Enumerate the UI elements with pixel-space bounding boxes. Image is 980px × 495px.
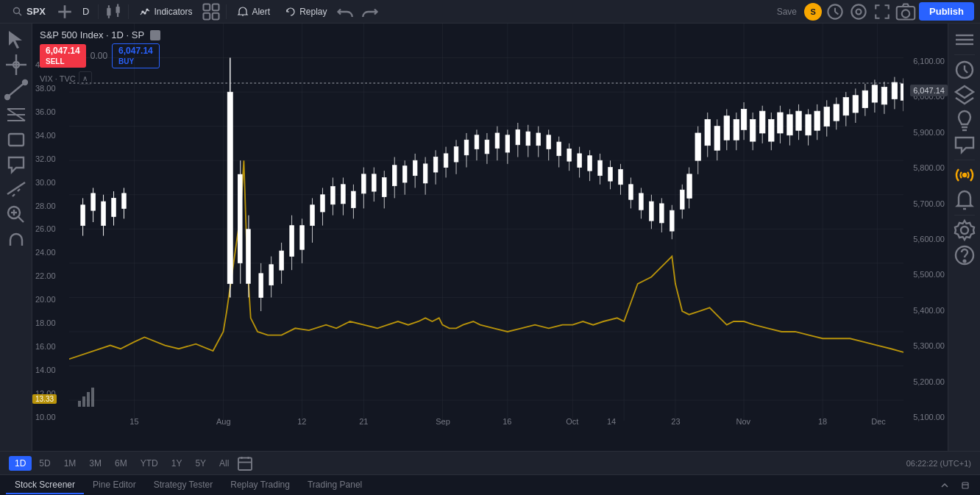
tab-trading-panel[interactable]: Trading Panel: [299, 477, 371, 494]
add-symbol-button[interactable]: [54, 1, 75, 22]
svg-point-11: [144, 13, 146, 14]
svg-rect-149: [588, 156, 592, 171]
svg-rect-35: [9, 134, 24, 146]
tf-1m[interactable]: 1M: [58, 456, 82, 471]
watchlist-button[interactable]: [848, 1, 869, 22]
timeframe-button[interactable]: D: [78, 3, 93, 20]
svg-rect-191: [787, 115, 792, 135]
svg-rect-209: [872, 85, 877, 102]
chart-settings-dot[interactable]: [150, 30, 160, 40]
templates-icon: [201, 1, 221, 22]
tf-ytd[interactable]: YTD: [135, 456, 164, 471]
shape-tool[interactable]: [4, 128, 28, 152]
svg-rect-185: [759, 111, 764, 133]
tab-strategy-tester[interactable]: Strategy Tester: [145, 477, 221, 494]
svg-rect-83: [246, 229, 251, 283]
chart-type-button[interactable]: [103, 1, 124, 22]
tab-pine-editor[interactable]: Pine Editor: [84, 477, 145, 494]
screenshot-button[interactable]: [895, 1, 916, 22]
trend-line-tool[interactable]: [4, 78, 28, 102]
svg-rect-135: [516, 129, 520, 144]
crosshair-tool[interactable]: [4, 53, 28, 76]
svg-rect-137: [526, 132, 530, 146]
svg-rect-89: [280, 251, 284, 270]
redo-button[interactable]: [359, 1, 380, 22]
layers-button[interactable]: [953, 83, 976, 107]
magnet-tool[interactable]: [4, 228, 28, 252]
svg-point-30: [23, 80, 27, 85]
bulb-icon: [953, 108, 976, 132]
annotation-tool[interactable]: [4, 153, 28, 177]
expand-icon[interactable]: [956, 477, 974, 494]
svg-rect-115: [413, 160, 417, 175]
svg-rect-77: [122, 193, 127, 208]
tab-stock-screener[interactable]: Stock Screener: [6, 477, 84, 494]
svg-rect-125: [464, 140, 469, 154]
replay-button[interactable]: Replay: [279, 3, 333, 21]
save-button[interactable]: Save: [773, 4, 801, 20]
undo-button[interactable]: [335, 1, 356, 22]
date-range-button[interactable]: [236, 455, 254, 472]
symbol-search-button[interactable]: SPX: [6, 3, 52, 21]
chart-svg[interactable]: [69, 24, 903, 421]
alerts-panel-button[interactable]: [825, 1, 845, 22]
svg-rect-107: [372, 174, 377, 191]
svg-rect-151: [598, 160, 603, 175]
clock-right-button[interactable]: [953, 58, 976, 82]
panel-toggle-button[interactable]: [953, 28, 976, 51]
main-area: S&P 500 Index · 1D · SP 6,047.14 SELL 0.…: [0, 24, 980, 451]
tf-3m[interactable]: 3M: [83, 456, 107, 471]
settings-right-button[interactable]: [953, 218, 976, 242]
chat-button[interactable]: [953, 133, 976, 157]
notifications-button[interactable]: [953, 188, 976, 212]
alert-button[interactable]: Alert: [231, 3, 276, 21]
indicators-button[interactable]: Indicators: [133, 3, 198, 21]
measure-tool[interactable]: [4, 178, 28, 202]
signal-button[interactable]: [953, 163, 976, 187]
tf-5d[interactable]: 5D: [33, 456, 56, 471]
cursor-tool[interactable]: [4, 28, 28, 51]
vix-line: [69, 160, 903, 359]
svg-rect-207: [862, 90, 867, 107]
svg-rect-167: [680, 190, 684, 209]
templates-button[interactable]: [201, 1, 221, 22]
tab-replay-trading[interactable]: Replay Trading: [221, 477, 299, 494]
chart-area[interactable]: S&P 500 Index · 1D · SP 6,047.14 SELL 0.…: [32, 24, 948, 451]
zoom-tool[interactable]: [4, 203, 28, 227]
magnet-icon: [4, 228, 28, 252]
idea-button[interactable]: [953, 108, 976, 132]
svg-rect-103: [352, 191, 356, 207]
top-toolbar: SPX D Indicators: [0, 0, 980, 24]
user-avatar[interactable]: S: [804, 3, 822, 21]
tf-6m[interactable]: 6M: [109, 456, 133, 471]
vix-collapse-button[interactable]: ∧: [79, 71, 92, 85]
chevron-up-icon[interactable]: [936, 477, 954, 494]
svg-rect-91: [290, 226, 294, 257]
help-button[interactable]: [953, 243, 976, 267]
tf-1d[interactable]: 1D: [9, 456, 32, 471]
left-sidebar: [0, 24, 32, 451]
svg-rect-205: [853, 96, 858, 113]
svg-rect-238: [962, 482, 968, 488]
svg-rect-129: [485, 140, 489, 154]
svg-rect-16: [213, 13, 219, 19]
svg-point-29: [5, 95, 10, 99]
vix-price-label: 13.33: [32, 394, 57, 404]
fib-tool[interactable]: [4, 103, 28, 127]
svg-rect-173: [705, 119, 710, 145]
cursor-icon: [4, 28, 28, 51]
clock-icon: [825, 1, 845, 22]
svg-rect-79: [227, 92, 232, 284]
tf-5y[interactable]: 5Y: [189, 456, 212, 471]
divider-1: [98, 4, 99, 19]
svg-rect-159: [639, 193, 644, 210]
svg-rect-121: [444, 154, 448, 168]
tf-1y[interactable]: 1Y: [166, 456, 188, 471]
svg-line-38: [18, 189, 20, 191]
tf-all[interactable]: All: [213, 456, 235, 471]
fullscreen-button[interactable]: [872, 1, 892, 22]
svg-rect-161: [650, 202, 654, 221]
svg-line-1: [19, 13, 22, 15]
publish-button[interactable]: Publish: [919, 2, 974, 21]
candlestick-spike: [227, 58, 251, 298]
